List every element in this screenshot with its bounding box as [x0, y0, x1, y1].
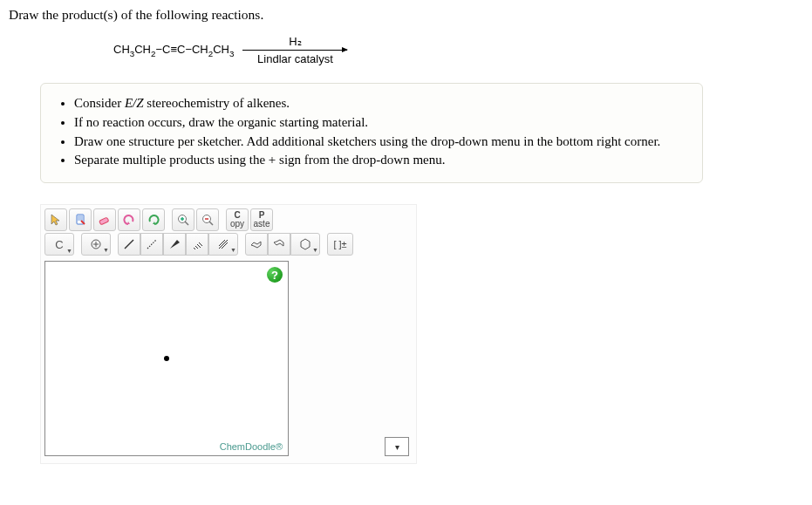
zoom-in-icon[interactable] [172, 208, 194, 231]
add-sketcher-dropdown[interactable]: ▾ [385, 437, 409, 456]
bracket-label: [ ]± [333, 239, 346, 249]
clear-tool-icon[interactable] [69, 208, 92, 231]
canvas-start-atom[interactable] [164, 356, 169, 361]
charge-tool[interactable]: ▼ [81, 233, 111, 256]
move-tool-icon[interactable] [44, 208, 67, 231]
chair2-tool[interactable] [268, 233, 290, 256]
chevron-down-icon: ▼ [230, 247, 236, 254]
reagent-bottom: Lindlar catalyst [242, 52, 347, 65]
wedge-bond-tool[interactable] [163, 233, 186, 256]
hint-item: Draw one structure per sketcher. Add add… [74, 133, 688, 152]
paste-label-bottom: aste [254, 220, 270, 229]
chevron-down-icon: ▼ [312, 247, 318, 254]
toolbar-top: C opy P aste [44, 208, 413, 231]
dotted-bond-tool[interactable] [140, 233, 163, 256]
reactant: CH3CH2−C≡C−CH2CH3 [113, 43, 234, 58]
zoom-out-icon[interactable] [196, 208, 219, 231]
hint-item: Consider E/Z stereochemistry of alkenes. [74, 94, 688, 113]
chevron-down-icon: ▼ [66, 248, 72, 254]
hint-item: If no reaction occurs, draw the organic … [74, 113, 688, 133]
drawing-canvas[interactable]: ? ChemDoodle® [44, 261, 289, 456]
chevron-down-icon: ▾ [395, 442, 399, 452]
help-icon[interactable]: ? [267, 267, 283, 283]
sketcher-panel: C opy P aste C ▼ ▼ [40, 204, 417, 464]
single-bond-tool[interactable] [118, 233, 140, 256]
bracket-tool[interactable]: [ ]± [327, 233, 353, 256]
svg-marker-5 [301, 239, 310, 249]
svg-rect-1 [99, 217, 109, 225]
reaction-arrow [242, 50, 347, 51]
copy-label-bottom: opy [230, 220, 244, 229]
undo-tool-icon[interactable] [118, 208, 140, 231]
reagent-top: H₂ [242, 35, 347, 48]
multi-bond-tool[interactable]: ▼ [208, 233, 238, 256]
hash-bond-tool[interactable] [186, 233, 208, 256]
reaction-scheme: CH3CH2−C≡C−CH2CH3 H₂ Lindlar catalyst [113, 35, 803, 65]
chemdoodle-brand: ChemDoodle® [220, 441, 283, 452]
toolbar-bottom: C ▼ ▼ ▼ ▼ [44, 233, 413, 256]
redo-tool-icon[interactable] [142, 208, 165, 231]
paste-button[interactable]: P aste [250, 208, 273, 231]
hint-item: Separate multiple products using the + s… [74, 151, 688, 170]
question-prompt: Draw the product(s) of the following rea… [9, 7, 803, 23]
chevron-down-icon: ▼ [103, 247, 109, 254]
instruction-box: Consider E/Z stereochemistry of alkenes.… [40, 83, 703, 183]
ring-tool[interactable]: ▼ [290, 233, 320, 256]
element-label: C [55, 238, 63, 251]
element-picker[interactable]: C ▼ [44, 233, 74, 256]
chair1-tool[interactable] [245, 233, 268, 256]
erase-tool-icon[interactable] [93, 208, 116, 231]
copy-button[interactable]: C opy [226, 208, 249, 231]
